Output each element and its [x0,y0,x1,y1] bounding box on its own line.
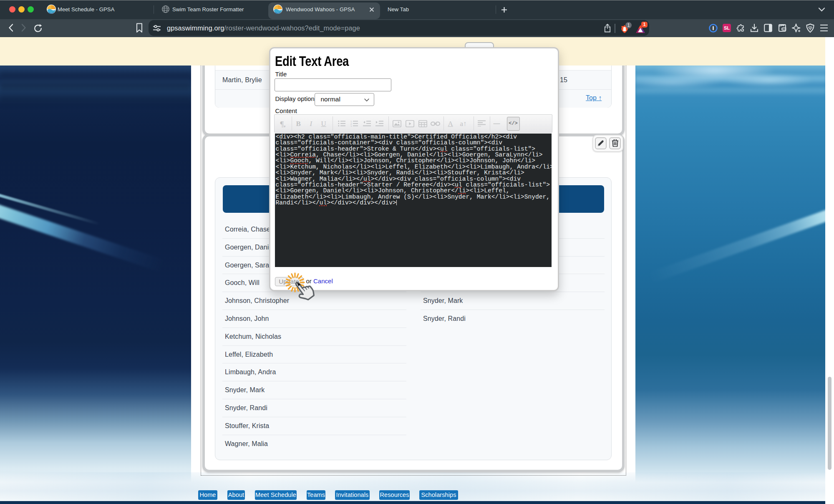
svg-text:3: 3 [350,125,352,127]
